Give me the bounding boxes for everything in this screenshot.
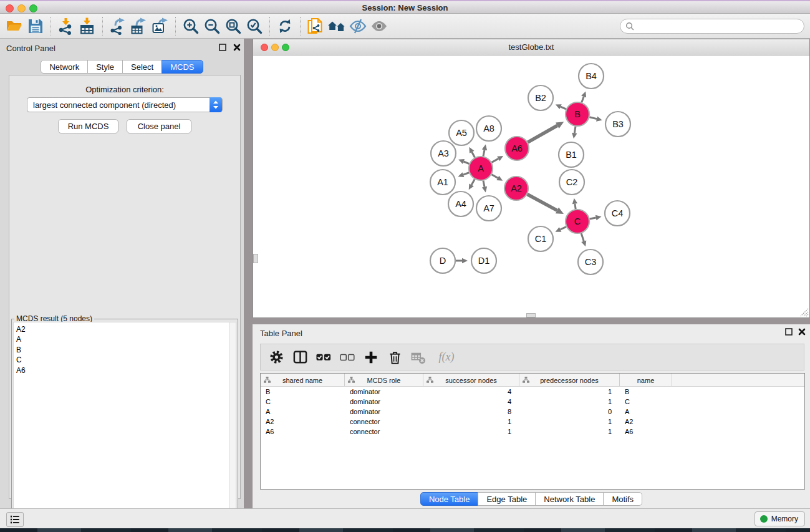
save-session-button[interactable] xyxy=(25,16,46,37)
graph-node-C3[interactable]: C3 xyxy=(578,249,603,274)
graph-node-C1[interactable]: C1 xyxy=(528,226,553,251)
float-panel-button[interactable] xyxy=(218,44,227,53)
mcds-scrollbar[interactable] xyxy=(229,322,236,531)
split-columns-button[interactable] xyxy=(291,347,309,368)
table-row[interactable]: Adominator80A xyxy=(261,407,804,417)
vertical-scroll-nub[interactable] xyxy=(253,254,258,263)
graph-node-A4[interactable]: A4 xyxy=(448,191,473,216)
table-row[interactable]: A6connector11A6 xyxy=(261,427,804,437)
graph-edge-A-A4[interactable] xyxy=(471,179,475,185)
export-network-button[interactable] xyxy=(107,16,128,37)
table-row[interactable]: Bdominator41B xyxy=(261,387,804,397)
zoom-out-button[interactable] xyxy=(201,16,223,37)
graph-node-C4[interactable]: C4 xyxy=(605,201,630,226)
graph-node-D[interactable]: D xyxy=(430,248,455,273)
graph-node-A8[interactable]: A8 xyxy=(476,116,501,141)
mcds-result-item[interactable]: B xyxy=(14,345,236,355)
graph-node-B[interactable]: B xyxy=(566,102,589,126)
graph-edge-A2-C[interactable] xyxy=(528,195,557,211)
graph-node-C[interactable]: C xyxy=(566,210,589,233)
graph-edge-A-A3[interactable] xyxy=(463,162,469,164)
tab-network-table[interactable]: Network Table xyxy=(535,492,604,506)
tab-edge-table[interactable]: Edge Table xyxy=(478,492,536,506)
graph-node-B2[interactable]: B2 xyxy=(528,85,553,110)
close-panel-button[interactable] xyxy=(232,44,241,53)
column-header-name[interactable]: name xyxy=(620,374,672,387)
mcds-result-item[interactable]: C xyxy=(14,355,236,365)
graph-edge-C-C2[interactable] xyxy=(575,204,576,210)
network-window-titlebar[interactable]: testGlobe.txt xyxy=(253,39,809,56)
column-header-predecessor-nodes[interactable]: predecessor nodes xyxy=(519,374,620,387)
graph-edge-B-B1[interactable] xyxy=(574,127,576,133)
graph-edge-A-A7[interactable] xyxy=(483,181,485,187)
import-table-button[interactable] xyxy=(77,16,98,37)
graph-edge-A-A2[interactable] xyxy=(491,175,498,178)
graph-edge-B-B2[interactable] xyxy=(561,107,566,109)
criterion-dropdown[interactable]: largest connected component (directed) xyxy=(27,97,223,112)
hide-graphics-button[interactable] xyxy=(347,16,369,37)
graph-node-A5[interactable]: A5 xyxy=(449,120,474,145)
graph-edge-A6-B[interactable] xyxy=(528,125,557,142)
table-settings-button[interactable] xyxy=(267,347,286,368)
graph-node-A6[interactable]: A6 xyxy=(505,137,529,160)
network-graph[interactable]: AA1A2A3A4A5A6A7A8BB1B2B3B4CC1C2C3C4DD1 xyxy=(253,56,809,318)
graph-node-B3[interactable]: B3 xyxy=(605,112,630,137)
delete-table-button[interactable] xyxy=(409,347,428,368)
tab-motifs[interactable]: Motifs xyxy=(603,492,642,506)
graph-edge-A-A8[interactable] xyxy=(483,150,485,156)
select-checkboxes-button[interactable] xyxy=(314,347,333,368)
resize-grip[interactable] xyxy=(799,307,809,317)
graph-edge-A-A5[interactable] xyxy=(472,152,475,158)
clear-checkboxes-button[interactable] xyxy=(338,347,357,368)
tab-node-table[interactable]: Node Table xyxy=(420,492,479,506)
graph-node-B1[interactable]: B1 xyxy=(559,142,584,167)
graph-node-A7[interactable]: A7 xyxy=(476,196,501,221)
run-mcds-button[interactable]: Run MCDS xyxy=(58,119,118,133)
table-row[interactable]: A2connector11A2 xyxy=(261,417,804,427)
tab-mcds[interactable]: MCDS xyxy=(162,60,203,74)
column-header-MCDS-role[interactable]: MCDS role xyxy=(345,374,423,387)
function-builder-button[interactable]: f(x) xyxy=(433,347,460,368)
graph-node-A3[interactable]: A3 xyxy=(431,141,456,166)
column-header-shared-name[interactable]: shared name xyxy=(261,374,345,387)
export-image-button[interactable] xyxy=(150,16,171,37)
zoom-in-button[interactable] xyxy=(180,16,201,37)
close-table-panel-button[interactable] xyxy=(797,328,806,337)
open-network-file-button[interactable] xyxy=(305,16,326,37)
mcds-result-item[interactable]: A6 xyxy=(14,365,236,375)
column-header-successor-nodes[interactable]: successor nodes xyxy=(423,374,519,387)
tab-select[interactable]: Select xyxy=(122,60,162,74)
graph-edge-B-B4[interactable] xyxy=(582,97,584,102)
graph-edge-C-C1[interactable] xyxy=(561,227,566,230)
graph-node-D1[interactable]: D1 xyxy=(471,248,496,273)
import-network-button[interactable] xyxy=(55,16,77,37)
close-panel-action-button[interactable]: Close panel xyxy=(127,119,191,133)
mcds-result-item[interactable]: A2 xyxy=(14,324,236,334)
network-canvas[interactable]: AA1A2A3A4A5A6A7A8BB1B2B3B4CC1C2C3C4DD1 xyxy=(253,56,809,317)
open-session-button[interactable] xyxy=(4,16,25,37)
graph-node-C2[interactable]: C2 xyxy=(559,170,584,195)
refresh-view-button[interactable] xyxy=(274,16,296,37)
graph-edge-C-C3[interactable] xyxy=(581,233,584,241)
search-input[interactable] xyxy=(635,20,804,32)
task-history-button[interactable] xyxy=(6,512,24,527)
graph-node-A2[interactable]: A2 xyxy=(504,177,528,200)
home-view-button[interactable] xyxy=(326,16,347,37)
table-row[interactable]: Cdominator41C xyxy=(261,397,804,407)
graph-edge-A-A6[interactable] xyxy=(492,158,499,162)
zoom-selected-button[interactable] xyxy=(244,16,265,37)
export-table-button[interactable] xyxy=(128,16,150,37)
graph-node-A[interactable]: A xyxy=(469,157,493,180)
tab-style[interactable]: Style xyxy=(87,60,123,74)
float-table-panel-button[interactable] xyxy=(784,328,793,337)
horizontal-scroll-nub[interactable] xyxy=(526,313,536,317)
add-column-button[interactable] xyxy=(362,347,380,368)
graph-edge-A-A1[interactable] xyxy=(463,173,469,175)
graph-node-B4[interactable]: B4 xyxy=(579,64,604,89)
mcds-result-item[interactable]: A xyxy=(14,334,236,344)
zoom-fit-button[interactable] xyxy=(223,16,244,37)
graph-node-A1[interactable]: A1 xyxy=(430,170,455,195)
graph-edge-B-B3[interactable] xyxy=(589,117,597,119)
show-graphics-button[interactable] xyxy=(369,16,390,37)
graph-edge-C-C4[interactable] xyxy=(590,218,596,219)
